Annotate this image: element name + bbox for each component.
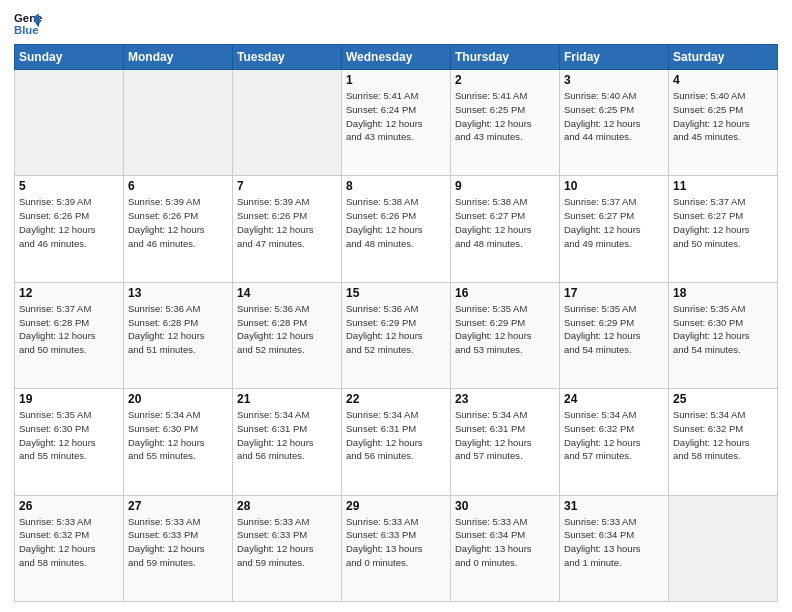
day-number: 5 (19, 179, 119, 193)
calendar-cell: 15Sunrise: 5:36 AM Sunset: 6:29 PM Dayli… (342, 282, 451, 388)
day-number: 9 (455, 179, 555, 193)
day-info: Sunrise: 5:38 AM Sunset: 6:27 PM Dayligh… (455, 195, 555, 250)
day-number: 17 (564, 286, 664, 300)
calendar-cell: 31Sunrise: 5:33 AM Sunset: 6:34 PM Dayli… (560, 495, 669, 601)
day-number: 22 (346, 392, 446, 406)
calendar-cell (15, 70, 124, 176)
calendar-cell: 16Sunrise: 5:35 AM Sunset: 6:29 PM Dayli… (451, 282, 560, 388)
day-info: Sunrise: 5:33 AM Sunset: 6:33 PM Dayligh… (237, 515, 337, 570)
day-info: Sunrise: 5:36 AM Sunset: 6:28 PM Dayligh… (128, 302, 228, 357)
calendar-cell: 20Sunrise: 5:34 AM Sunset: 6:30 PM Dayli… (124, 389, 233, 495)
calendar-cell: 5Sunrise: 5:39 AM Sunset: 6:26 PM Daylig… (15, 176, 124, 282)
day-number: 20 (128, 392, 228, 406)
header: General Blue (14, 10, 778, 38)
day-info: Sunrise: 5:34 AM Sunset: 6:30 PM Dayligh… (128, 408, 228, 463)
calendar-cell: 22Sunrise: 5:34 AM Sunset: 6:31 PM Dayli… (342, 389, 451, 495)
calendar-cell: 1Sunrise: 5:41 AM Sunset: 6:24 PM Daylig… (342, 70, 451, 176)
calendar-cell: 30Sunrise: 5:33 AM Sunset: 6:34 PM Dayli… (451, 495, 560, 601)
day-info: Sunrise: 5:35 AM Sunset: 6:29 PM Dayligh… (564, 302, 664, 357)
weekday-header-friday: Friday (560, 45, 669, 70)
weekday-header-saturday: Saturday (669, 45, 778, 70)
day-info: Sunrise: 5:34 AM Sunset: 6:31 PM Dayligh… (455, 408, 555, 463)
day-info: Sunrise: 5:33 AM Sunset: 6:32 PM Dayligh… (19, 515, 119, 570)
day-info: Sunrise: 5:39 AM Sunset: 6:26 PM Dayligh… (19, 195, 119, 250)
calendar-cell: 11Sunrise: 5:37 AM Sunset: 6:27 PM Dayli… (669, 176, 778, 282)
calendar-cell: 18Sunrise: 5:35 AM Sunset: 6:30 PM Dayli… (669, 282, 778, 388)
day-info: Sunrise: 5:41 AM Sunset: 6:25 PM Dayligh… (455, 89, 555, 144)
day-info: Sunrise: 5:40 AM Sunset: 6:25 PM Dayligh… (564, 89, 664, 144)
day-info: Sunrise: 5:34 AM Sunset: 6:31 PM Dayligh… (346, 408, 446, 463)
calendar-cell: 7Sunrise: 5:39 AM Sunset: 6:26 PM Daylig… (233, 176, 342, 282)
day-info: Sunrise: 5:33 AM Sunset: 6:33 PM Dayligh… (346, 515, 446, 570)
day-info: Sunrise: 5:39 AM Sunset: 6:26 PM Dayligh… (237, 195, 337, 250)
day-number: 11 (673, 179, 773, 193)
calendar-cell: 9Sunrise: 5:38 AM Sunset: 6:27 PM Daylig… (451, 176, 560, 282)
day-info: Sunrise: 5:35 AM Sunset: 6:29 PM Dayligh… (455, 302, 555, 357)
day-info: Sunrise: 5:37 AM Sunset: 6:28 PM Dayligh… (19, 302, 119, 357)
weekday-header-sunday: Sunday (15, 45, 124, 70)
day-info: Sunrise: 5:34 AM Sunset: 6:31 PM Dayligh… (237, 408, 337, 463)
day-info: Sunrise: 5:33 AM Sunset: 6:34 PM Dayligh… (455, 515, 555, 570)
day-number: 2 (455, 73, 555, 87)
weekday-header-wednesday: Wednesday (342, 45, 451, 70)
weekday-header-monday: Monday (124, 45, 233, 70)
calendar-cell: 26Sunrise: 5:33 AM Sunset: 6:32 PM Dayli… (15, 495, 124, 601)
page: General Blue SundayMondayTuesdayWednesda… (0, 0, 792, 612)
calendar-cell: 19Sunrise: 5:35 AM Sunset: 6:30 PM Dayli… (15, 389, 124, 495)
calendar-cell (669, 495, 778, 601)
day-number: 13 (128, 286, 228, 300)
day-number: 15 (346, 286, 446, 300)
day-number: 19 (19, 392, 119, 406)
week-row-1: 1Sunrise: 5:41 AM Sunset: 6:24 PM Daylig… (15, 70, 778, 176)
calendar-table: SundayMondayTuesdayWednesdayThursdayFrid… (14, 44, 778, 602)
day-number: 29 (346, 499, 446, 513)
svg-text:Blue: Blue (14, 24, 39, 36)
calendar-cell: 29Sunrise: 5:33 AM Sunset: 6:33 PM Dayli… (342, 495, 451, 601)
calendar-cell: 25Sunrise: 5:34 AM Sunset: 6:32 PM Dayli… (669, 389, 778, 495)
day-number: 1 (346, 73, 446, 87)
day-info: Sunrise: 5:35 AM Sunset: 6:30 PM Dayligh… (673, 302, 773, 357)
day-number: 3 (564, 73, 664, 87)
day-info: Sunrise: 5:36 AM Sunset: 6:28 PM Dayligh… (237, 302, 337, 357)
calendar-cell: 3Sunrise: 5:40 AM Sunset: 6:25 PM Daylig… (560, 70, 669, 176)
week-row-2: 5Sunrise: 5:39 AM Sunset: 6:26 PM Daylig… (15, 176, 778, 282)
logo: General Blue (14, 10, 42, 38)
weekday-header-row: SundayMondayTuesdayWednesdayThursdayFrid… (15, 45, 778, 70)
day-info: Sunrise: 5:39 AM Sunset: 6:26 PM Dayligh… (128, 195, 228, 250)
day-number: 8 (346, 179, 446, 193)
calendar-cell: 17Sunrise: 5:35 AM Sunset: 6:29 PM Dayli… (560, 282, 669, 388)
day-number: 30 (455, 499, 555, 513)
day-number: 26 (19, 499, 119, 513)
day-info: Sunrise: 5:37 AM Sunset: 6:27 PM Dayligh… (673, 195, 773, 250)
calendar-cell: 27Sunrise: 5:33 AM Sunset: 6:33 PM Dayli… (124, 495, 233, 601)
day-info: Sunrise: 5:36 AM Sunset: 6:29 PM Dayligh… (346, 302, 446, 357)
day-info: Sunrise: 5:37 AM Sunset: 6:27 PM Dayligh… (564, 195, 664, 250)
calendar-cell: 21Sunrise: 5:34 AM Sunset: 6:31 PM Dayli… (233, 389, 342, 495)
calendar-cell: 28Sunrise: 5:33 AM Sunset: 6:33 PM Dayli… (233, 495, 342, 601)
day-number: 21 (237, 392, 337, 406)
calendar-cell: 13Sunrise: 5:36 AM Sunset: 6:28 PM Dayli… (124, 282, 233, 388)
day-info: Sunrise: 5:38 AM Sunset: 6:26 PM Dayligh… (346, 195, 446, 250)
day-info: Sunrise: 5:33 AM Sunset: 6:34 PM Dayligh… (564, 515, 664, 570)
day-number: 28 (237, 499, 337, 513)
calendar-cell: 14Sunrise: 5:36 AM Sunset: 6:28 PM Dayli… (233, 282, 342, 388)
calendar-cell: 23Sunrise: 5:34 AM Sunset: 6:31 PM Dayli… (451, 389, 560, 495)
day-number: 25 (673, 392, 773, 406)
day-number: 10 (564, 179, 664, 193)
calendar-cell: 6Sunrise: 5:39 AM Sunset: 6:26 PM Daylig… (124, 176, 233, 282)
weekday-header-tuesday: Tuesday (233, 45, 342, 70)
day-number: 23 (455, 392, 555, 406)
day-info: Sunrise: 5:41 AM Sunset: 6:24 PM Dayligh… (346, 89, 446, 144)
day-number: 7 (237, 179, 337, 193)
calendar-cell: 10Sunrise: 5:37 AM Sunset: 6:27 PM Dayli… (560, 176, 669, 282)
day-info: Sunrise: 5:33 AM Sunset: 6:33 PM Dayligh… (128, 515, 228, 570)
day-number: 6 (128, 179, 228, 193)
weekday-header-thursday: Thursday (451, 45, 560, 70)
day-info: Sunrise: 5:40 AM Sunset: 6:25 PM Dayligh… (673, 89, 773, 144)
day-number: 14 (237, 286, 337, 300)
day-number: 24 (564, 392, 664, 406)
day-number: 18 (673, 286, 773, 300)
day-number: 27 (128, 499, 228, 513)
logo-icon: General Blue (14, 10, 42, 38)
day-number: 31 (564, 499, 664, 513)
